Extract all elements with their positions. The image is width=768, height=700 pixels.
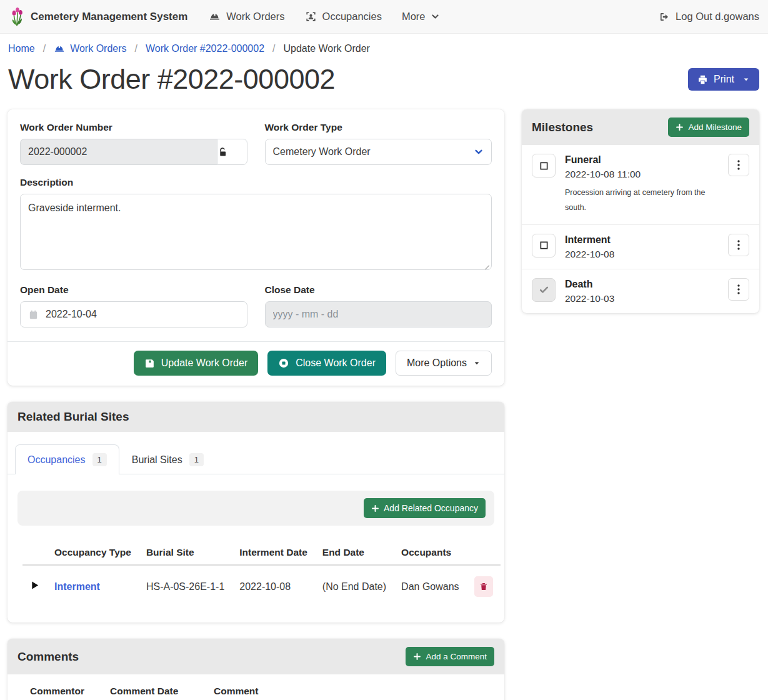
update-work-order-button[interactable]: Update Work Order: [134, 351, 258, 376]
logout-link[interactable]: Log Out d.gowans: [659, 11, 759, 22]
delete-occupancy-button[interactable]: [474, 576, 493, 597]
top-navbar: Cemetery Management System Work Orders O…: [0, 0, 768, 34]
print-button[interactable]: Print: [688, 68, 759, 91]
unlock-button[interactable]: [217, 139, 247, 165]
col-occupancy-type: Occupancy Type: [47, 541, 139, 565]
sidebar-column: Milestones Add Milestone Funeral: [522, 109, 759, 329]
breadcrumb-separator: /: [272, 43, 275, 54]
kebab-icon: [737, 284, 740, 294]
milestone-menu-button[interactable]: [728, 234, 749, 256]
close-date-field: Close Date: [265, 284, 492, 328]
close-date-label: Close Date: [265, 284, 492, 296]
logout-icon: [659, 11, 670, 22]
comments-header: Comments Add a Comment: [7, 639, 504, 674]
page-title: Work Order #2022-000002: [8, 63, 335, 96]
nav-item-occupancies[interactable]: Occupancies: [305, 11, 382, 22]
close-date-input[interactable]: [265, 301, 492, 328]
occupancies-table: Occupancy Type Burial Site Interment Dat…: [22, 541, 501, 608]
more-options-button[interactable]: More Options: [396, 351, 492, 376]
milestone-menu-button[interactable]: [728, 278, 749, 301]
occupancy-type-link[interactable]: Interment: [54, 581, 100, 592]
more-options-label: More Options: [407, 358, 467, 369]
app-title: Cemetery Management System: [31, 11, 187, 23]
open-date-value: 2022-10-04: [46, 309, 97, 320]
breadcrumb-work-orders[interactable]: Work Orders: [54, 43, 126, 54]
add-related-occupancy-button[interactable]: Add Related Occupancy: [364, 498, 486, 518]
tab-label: Occupancies: [27, 454, 86, 466]
col-occupants: Occupants: [394, 541, 467, 565]
unlock-icon: [217, 147, 247, 158]
burial-site-cell: HS-A-0S-26E-1-1: [139, 565, 232, 608]
related-tabs: Occupancies 1 Burial Sites 1: [7, 432, 504, 474]
tab-occupancies[interactable]: Occupancies 1: [15, 444, 119, 474]
breadcrumb-separator: /: [135, 43, 137, 54]
description-label: Description: [20, 177, 492, 188]
tab-burial-sites[interactable]: Burial Sites 1: [119, 444, 216, 474]
milestone-item: Interment 2022-10-08: [522, 225, 759, 269]
milestone-date: 2022-10-08: [565, 249, 719, 260]
hard-hat-icon: [209, 11, 221, 22]
interment-date-cell: 2022-10-08: [232, 565, 315, 608]
work-order-type-field: Work Order Type Cemetery Work Order: [265, 122, 492, 165]
occupancies-toolbar: Add Related Occupancy: [17, 491, 494, 526]
milestone-name: Interment: [565, 234, 719, 246]
milestone-menu-button[interactable]: [728, 154, 749, 176]
end-date-cell: (No End Date): [315, 565, 394, 608]
add-comment-label: Add a Comment: [426, 652, 487, 661]
col-commentor: Commentor: [22, 678, 102, 700]
milestone-item: Death 2022-10-03: [522, 269, 759, 313]
trash-icon: [479, 582, 488, 591]
occupancy-row: Interment HS-A-0S-26E-1-1 2022-10-08 (No…: [22, 565, 501, 608]
occupants-cell: Dan Gowans: [394, 565, 467, 608]
check-icon: [539, 284, 549, 295]
main-column: Work Order Number: [7, 109, 504, 700]
add-milestone-label: Add Milestone: [688, 122, 742, 132]
breadcrumb-work-order-number[interactable]: Work Order #2022-000002: [146, 43, 264, 54]
work-order-type-label: Work Order Type: [265, 122, 492, 133]
occupancy-portrait-icon: [305, 11, 317, 22]
plus-icon: [413, 652, 421, 661]
nav-item-label: Occupancies: [322, 11, 382, 22]
milestone-checkbox-unchecked[interactable]: [532, 154, 556, 178]
nav-item-more[interactable]: More: [402, 11, 439, 22]
tab-label: Burial Sites: [132, 454, 182, 466]
tulip-logo-icon: [9, 8, 25, 26]
work-order-type-select[interactable]: Cemetery Work Order: [265, 139, 492, 165]
milestones-header: Milestones Add Milestone: [522, 109, 759, 145]
milestone-date: 2022-10-08 11:00: [565, 169, 719, 180]
update-label: Update Work Order: [161, 358, 247, 369]
milestone-name: Funeral: [565, 154, 719, 166]
close-work-order-button[interactable]: Close Work Order: [267, 351, 386, 376]
square-outline-icon: [539, 161, 549, 171]
col-interment-date: Interment Date: [232, 541, 315, 565]
plus-icon: [371, 504, 379, 512]
printer-icon: [697, 74, 708, 85]
close-label: Close Work Order: [296, 358, 376, 369]
print-label: Print: [714, 74, 734, 85]
col-comment-date: Comment Date: [102, 678, 206, 700]
milestone-checkbox-unchecked[interactable]: [532, 234, 556, 258]
work-order-number-field: Work Order Number: [20, 122, 247, 165]
add-milestone-button[interactable]: Add Milestone: [668, 118, 749, 137]
breadcrumb-home[interactable]: Home: [8, 43, 35, 54]
work-order-number-input[interactable]: [20, 139, 217, 165]
add-comment-button[interactable]: Add a Comment: [406, 647, 494, 666]
tab-count-badge: 1: [189, 453, 204, 466]
calendar-icon: [28, 309, 39, 320]
description-textarea[interactable]: Graveside interment.: [20, 194, 492, 270]
tab-count-badge: 1: [92, 453, 107, 466]
chevron-down-icon: [431, 12, 439, 21]
stop-circle-icon: [278, 358, 289, 369]
milestone-checkbox-checked[interactable]: [532, 278, 556, 302]
kebab-icon: [737, 160, 740, 170]
work-order-form-card: Work Order Number: [7, 109, 504, 386]
nav-item-work-orders[interactable]: Work Orders: [209, 11, 284, 22]
expand-row-button[interactable]: [30, 581, 39, 590]
breadcrumb-separator: /: [43, 43, 46, 54]
brand[interactable]: Cemetery Management System: [9, 8, 187, 26]
open-date-input[interactable]: 2022-10-04: [20, 301, 247, 328]
milestone-name: Death: [565, 279, 719, 290]
col-comment: Comment: [206, 678, 404, 700]
logout-label: Log Out d.gowans: [676, 11, 759, 22]
hard-hat-icon: [54, 43, 65, 54]
